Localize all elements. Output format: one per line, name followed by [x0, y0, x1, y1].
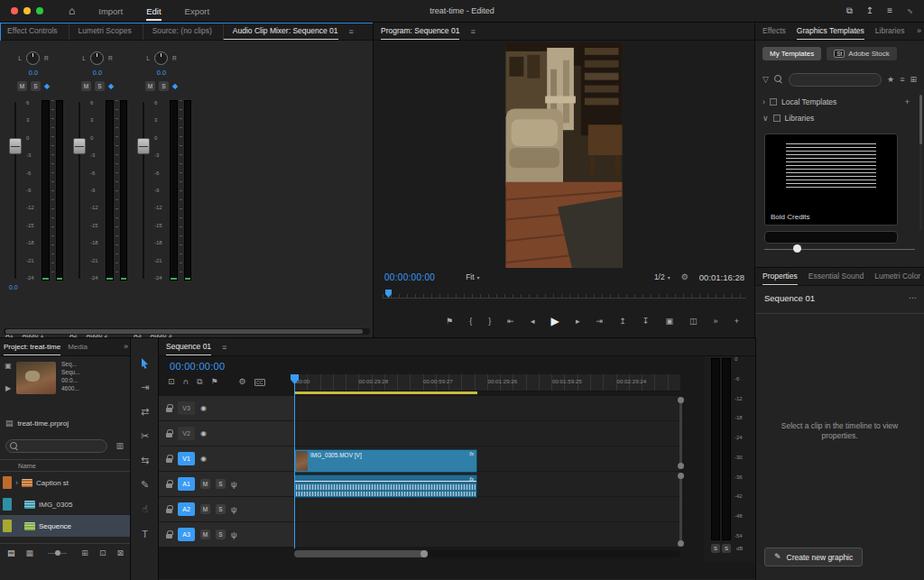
track-solo-button[interactable]: S	[216, 529, 226, 539]
tab-effects[interactable]: Effects	[762, 23, 786, 41]
filter-funnel-icon[interactable]: ▽	[762, 76, 769, 84]
timeline-settings-wrench-icon[interactable]: ⚙	[239, 378, 246, 386]
grid-view-icon[interactable]: ⊞	[910, 76, 917, 84]
adobe-stock-button[interactable]: St Adobe Stock	[827, 47, 897, 60]
track-mute-button[interactable]: M	[200, 479, 210, 489]
project-item-img0305[interactable]: IMG_0305	[0, 493, 131, 515]
track-lock-icon[interactable]	[166, 483, 172, 488]
track-lane-v3[interactable]	[294, 396, 680, 420]
create-new-graphic-button[interactable]: ✎ Create new graphic	[764, 548, 863, 566]
tab-import[interactable]: Import	[98, 2, 123, 21]
clip-preview-thumbnail[interactable]	[16, 362, 56, 394]
pan-knob[interactable]	[90, 51, 104, 65]
track-select-forward-tool[interactable]: ⇥	[131, 375, 159, 400]
more-tabs-icon[interactable]: »	[917, 26, 921, 35]
program-playhead[interactable]	[385, 290, 392, 298]
quick-export-icon[interactable]: ↥	[866, 5, 873, 16]
meter-solo-right-button[interactable]: S	[722, 544, 731, 553]
tab-essential-sound[interactable]: Essential Sound	[808, 268, 864, 286]
timeline-video-clip[interactable]: IMG_0305.MOV [V] fx	[294, 449, 477, 473]
mute-button[interactable]: M	[81, 81, 91, 91]
timeline-playhead-line[interactable]	[294, 374, 295, 548]
go-to-in-icon[interactable]: ⇤	[507, 317, 514, 326]
play-button[interactable]: ▶	[551, 315, 559, 327]
tab-properties[interactable]: Properties	[762, 268, 798, 286]
chevron-right-icon[interactable]: ›	[15, 479, 18, 487]
pan-value[interactable]: 0.0	[4, 69, 63, 77]
button-editor-icon[interactable]: +	[735, 317, 739, 326]
pan-knob[interactable]	[26, 51, 40, 65]
extract-icon[interactable]: ↧	[642, 317, 650, 326]
timeline-timecode[interactable]: 00:00:00:00	[170, 361, 225, 372]
template-card-partial[interactable]	[764, 231, 898, 244]
tree-item-libraries[interactable]: ∨ Libraries	[762, 112, 910, 124]
more-tabs-icon[interactable]: »	[124, 342, 128, 351]
add-marker-icon[interactable]: ⚑	[210, 378, 217, 386]
fader-handle[interactable]	[73, 138, 86, 154]
program-timecode[interactable]: 00:00:00:00	[384, 272, 435, 282]
lift-icon[interactable]: ↥	[619, 317, 626, 326]
keyframe-icon[interactable]: ◆	[44, 82, 50, 90]
favorites-star-icon[interactable]: ★	[887, 76, 894, 84]
tab-libraries[interactable]: Libraries	[875, 23, 905, 41]
fx-badge[interactable]: fx	[469, 476, 474, 482]
icon-view-icon[interactable]: ▦	[26, 548, 34, 557]
label-color-chip[interactable]	[3, 476, 12, 489]
tab-export[interactable]: Export	[185, 2, 209, 21]
voiceover-record-mic-icon[interactable]: ψ	[231, 505, 236, 514]
video-tracks-zoom-scrollbar[interactable]	[679, 400, 682, 466]
fader-handle[interactable]	[137, 138, 150, 154]
chevron-down-icon[interactable]: ∨	[762, 115, 769, 123]
stack-menu-icon[interactable]: ≡	[887, 5, 892, 16]
window-minimize-button[interactable]	[23, 7, 31, 14]
mark-out-icon[interactable]: }	[488, 317, 491, 326]
tab-timeline-sequence[interactable]: Sequence 01	[166, 338, 211, 356]
more-buttons-icon[interactable]: »	[714, 317, 718, 326]
meter-solo-left-button[interactable]: S	[711, 544, 720, 553]
new-item-icon[interactable]: ⊡	[99, 548, 106, 557]
workspace-icon[interactable]: ⧉	[846, 5, 853, 16]
project-search-input[interactable]	[5, 439, 107, 453]
slip-tool[interactable]: ⇆	[131, 448, 159, 473]
tab-lumetri-scopes[interactable]: Lumetri Scopes	[69, 23, 132, 41]
fx-badge[interactable]: fx	[469, 451, 474, 456]
mixer-horizontal-scrollbar[interactable]	[4, 328, 370, 335]
track-lane-v2[interactable]	[294, 421, 680, 446]
mute-button[interactable]: M	[145, 81, 155, 91]
toggle-track-output-icon[interactable]: ◉	[200, 404, 207, 412]
go-to-out-icon[interactable]: ⇥	[596, 317, 604, 326]
label-color-chip[interactable]	[3, 520, 12, 532]
keyframe-icon[interactable]: ◆	[108, 82, 114, 90]
mark-in-icon[interactable]: {	[469, 317, 472, 326]
preview-play-icon[interactable]: ▶	[5, 384, 11, 392]
thumbnail-zoom-slider[interactable]	[44, 548, 70, 557]
label-color-chip[interactable]	[3, 498, 12, 511]
pen-tool[interactable]: ✎	[131, 473, 159, 497]
fader-gain-value[interactable]: 0.0	[9, 284, 63, 290]
export-frame-icon[interactable]: ▣	[665, 317, 673, 326]
audio-tracks-zoom-scrollbar[interactable]	[679, 475, 682, 544]
linked-selection-icon[interactable]: ⧉	[197, 378, 202, 386]
step-back-icon[interactable]: ◂	[531, 317, 535, 326]
track-target-a3[interactable]: A3	[178, 528, 195, 541]
tab-lumetri-color[interactable]: Lumetri Color	[874, 268, 920, 286]
add-icon[interactable]: +	[905, 98, 910, 106]
search-bin-icon[interactable]: ▥	[116, 441, 124, 450]
playback-resolution-dropdown[interactable]: 1/2▾	[654, 272, 670, 281]
tab-effect-controls[interactable]: Effect Controls	[7, 23, 58, 41]
thumbnail-size-slider[interactable]	[764, 249, 915, 250]
comparison-view-icon[interactable]: ◫	[689, 317, 698, 326]
panel-menu-icon[interactable]: ≡	[349, 27, 354, 36]
track-lock-icon[interactable]	[166, 433, 172, 437]
thumbnail-size-slider-handle[interactable]	[793, 244, 801, 253]
voiceover-record-mic-icon[interactable]: ψ	[231, 480, 236, 489]
track-lane-a3[interactable]	[294, 522, 680, 547]
timeline-audio-clip[interactable]: fx	[294, 474, 477, 498]
my-templates-button[interactable]: My Templates	[762, 47, 821, 60]
fader-handle[interactable]	[9, 138, 22, 154]
step-forward-icon[interactable]: ▸	[576, 317, 580, 326]
toggle-track-output-icon[interactable]: ◉	[200, 429, 207, 437]
mute-button[interactable]: M	[17, 81, 27, 91]
program-scrubber[interactable]	[383, 290, 746, 299]
fit-dropdown[interactable]: Fit▾	[466, 272, 479, 281]
